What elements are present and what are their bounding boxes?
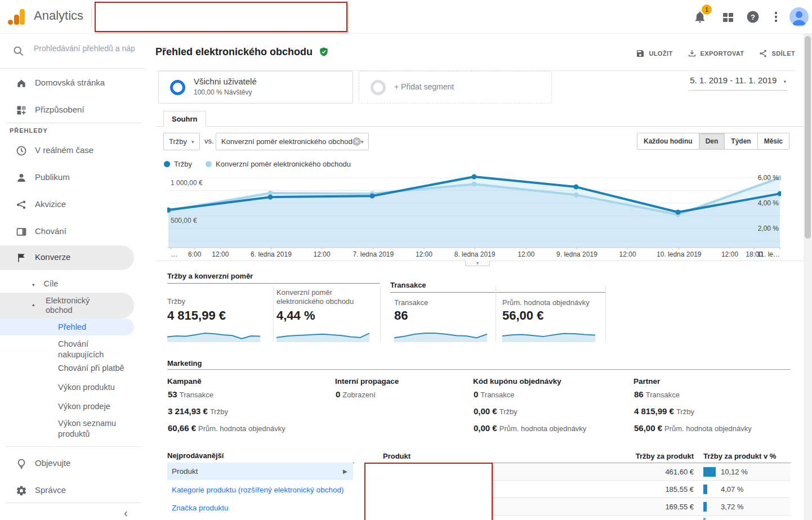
sidebar-item-goals[interactable]: ▾ Cíle [32, 279, 58, 288]
segment-donut-icon [170, 80, 185, 95]
marketing-rule [167, 369, 791, 370]
sparkline [394, 328, 487, 342]
acquisition-icon [16, 199, 27, 210]
analytics-logo-icon[interactable] [9, 8, 26, 25]
svg-text:12:00: 12:00 [619, 250, 636, 258]
bestseller-item-category[interactable]: Kategorie produktu (rozšířený elektronic… [167, 481, 353, 499]
scrollbar-track[interactable] [804, 34, 812, 520]
gear-icon [16, 485, 27, 496]
scrollbar-thumb[interactable] [805, 36, 811, 239]
marketing-stat: 60,66 €Prům. hodnota objednávky [168, 423, 285, 433]
tab-summary[interactable]: Souhrn [163, 111, 206, 127]
sidebar-item-realtime[interactable]: V reálném čase [0, 137, 146, 164]
marketing-stat: 0Zobrazení [336, 389, 376, 399]
chevron-down-icon: ▾ [783, 79, 786, 84]
metric-label: Tržby [167, 297, 185, 306]
share-button[interactable]: SDÍLET [759, 49, 795, 58]
account-avatar[interactable] [789, 7, 809, 26]
vs-label: vs. [204, 137, 214, 145]
metric-value: 86 [394, 308, 408, 323]
percent-bar [703, 502, 707, 512]
home-icon [16, 78, 27, 89]
metric-value: 56,00 € [502, 308, 543, 323]
sidebar-item-acquisition[interactable]: Akvizice [0, 191, 146, 218]
kebab-menu-icon[interactable] [769, 10, 783, 24]
sidebar-item-admin[interactable]: Správce [0, 477, 146, 504]
granularity-hourly[interactable]: Každou hodinu [637, 133, 699, 149]
app-header: Analytics 1 ? [0, 0, 812, 34]
add-segment-button[interactable]: + Přidat segment [359, 71, 552, 104]
percent-bar [703, 467, 716, 477]
card-divider [273, 286, 274, 342]
svg-text:12:00: 12:00 [517, 250, 534, 258]
segment-donut-placeholder-icon [371, 80, 386, 95]
share-icon [759, 49, 768, 58]
sidebar-item-customization[interactable]: Přizpůsobení [0, 97, 146, 124]
svg-text:6:00: 6:00 [188, 250, 202, 258]
metric-b-select[interactable]: Konverzní poměr elektronického obchodu▾ [216, 133, 369, 150]
marketing-stat: 56,00 €Prům. hodnota objednávky [634, 423, 752, 433]
section-bestsellers: Nejprodávanější [167, 451, 354, 463]
svg-text:7. ledna 2019: 7. ledna 2019 [353, 250, 394, 258]
search-input[interactable] [34, 44, 141, 53]
sidebar-item-ecommerce[interactable]: ▴ Elektronický obchod [0, 293, 134, 319]
sidebar-collapse-icon[interactable]: ‹ [124, 506, 128, 519]
metric-label: Konverzní poměr elektronického obchodu [276, 288, 378, 306]
marketing-stat: 0,00 €Prům. hodnota objednávky [474, 423, 586, 433]
redaction-box-account [95, 2, 347, 32]
sidebar-item-conversions[interactable]: Konverze [0, 245, 134, 270]
timeseries-chart[interactable]: 1 000,00 €500,00 €6,00 %4,00 %2,00 %…6:0… [167, 171, 781, 261]
svg-text:10. ledna 2019: 10. ledna 2019 [657, 250, 702, 258]
section-transactions: Transakce [390, 281, 605, 293]
header-divider [91, 7, 92, 26]
metric-a-select[interactable]: Tržby▾ [163, 133, 200, 150]
section-revenue-conversion: Tržby a konverzní poměr [167, 272, 380, 284]
sidebar-item-product-performance[interactable]: Výkon produktu [58, 383, 115, 392]
sidebar-item-checkout-behavior[interactable]: Chování při platbě [58, 364, 124, 373]
table-header-revenue[interactable]: Tržby za produkt [614, 452, 694, 460]
sidebar-item-behavior[interactable]: Chování [0, 218, 146, 245]
granularity-week[interactable]: Týden [725, 133, 757, 149]
chart-collapse-tab[interactable]: ▼ [465, 261, 490, 266]
sidebar-item-sales-performance[interactable]: Výkon prodeje [58, 402, 110, 411]
sidebar-item-discover[interactable]: Objevujte [0, 450, 146, 477]
granularity-month[interactable]: Měsíc [758, 133, 789, 149]
apps-grid-icon[interactable] [721, 11, 735, 24]
sidebar-item-audience[interactable]: Publikum [0, 164, 146, 191]
svg-text:12:00: 12:00 [721, 250, 738, 258]
svg-text:500,00 €: 500,00 € [171, 217, 197, 225]
sidebar-search[interactable] [0, 34, 146, 69]
sidebar-item-product-list-performance[interactable]: Výkon seznamu produktů [58, 418, 126, 440]
table-header-revenue-pct[interactable]: Tržby za produkt v % [703, 452, 776, 460]
marketing-col-title: Interní propagace [335, 377, 399, 385]
svg-text:4,00 %: 4,00 % [758, 199, 779, 207]
help-icon[interactable]: ? [746, 10, 760, 24]
bestseller-item-product[interactable]: Produkt ▶ [167, 463, 353, 480]
legend-dot [164, 161, 170, 167]
flag-icon [16, 252, 27, 263]
export-button[interactable]: EXPORTOVAT [688, 49, 744, 58]
svg-text:2,00 %: 2,00 % [758, 225, 779, 232]
remove-metric-icon[interactable]: ✕ [353, 137, 361, 146]
sidebar-item-ecommerce-overview[interactable]: Přehled [0, 319, 134, 335]
customization-icon [16, 105, 27, 116]
sparkline [167, 328, 260, 342]
sparkline [276, 328, 369, 342]
granularity-day[interactable]: Den [699, 133, 725, 149]
save-button[interactable]: ULOŽIT [636, 49, 672, 58]
search-icon [12, 45, 24, 57]
card-divider [605, 286, 606, 342]
verified-shield-icon [319, 47, 329, 57]
sidebar-section-label: PŘEHLEDY [10, 127, 48, 134]
behavior-icon [16, 226, 27, 237]
date-range-picker[interactable]: 5. 1. 2019 - 11. 1. 2019 ▾ [689, 73, 787, 91]
sidebar-divider [6, 123, 141, 123]
sidebar-item-shopping-behavior[interactable]: Chování nakupujících [58, 339, 131, 360]
sidebar-item-home[interactable]: Domovská stránka [0, 70, 146, 97]
svg-text:…: … [171, 250, 177, 258]
marketing-stat: 0,00 €Tržby [474, 406, 517, 416]
segment-all-users[interactable]: Všichni uživatelé 100,00 % Návštěvy [158, 71, 353, 104]
table-header-product[interactable]: Produkt [383, 452, 411, 460]
bestseller-item-brand[interactable]: Značka produktu [167, 499, 353, 517]
svg-text:9. ledna 2019: 9. ledna 2019 [556, 250, 597, 258]
